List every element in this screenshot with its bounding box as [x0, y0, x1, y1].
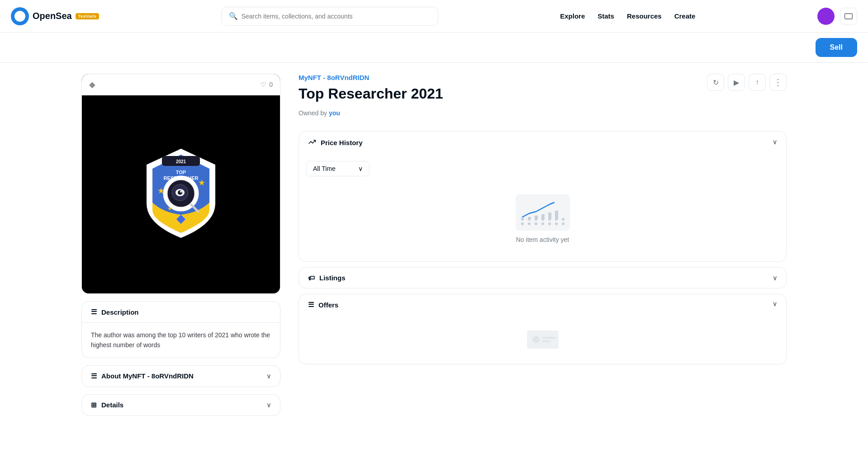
offers-section: ☰ Offers ∧ [299, 294, 787, 364]
no-activity-area: No item activity yet [306, 184, 779, 254]
heart-icon: ♡ [261, 81, 266, 88]
svg-text:TOP: TOP [176, 170, 186, 175]
price-history-section: Price History ∧ All Time ∨ [299, 131, 787, 262]
header: OpenSea Testnets 🔍 Explore Stats Resourc… [0, 0, 868, 33]
details-chevron-icon: ∨ [266, 401, 271, 409]
like-button[interactable]: ♡ 0 [261, 81, 273, 88]
nav-create[interactable]: Create [674, 12, 696, 20]
nav-stats[interactable]: Stats [598, 12, 614, 20]
search-input[interactable] [242, 13, 431, 20]
owned-by-label: Owned by [299, 109, 327, 117]
more-button[interactable]: ⋮ [769, 74, 787, 91]
wallet-button[interactable] [840, 8, 857, 25]
header-left: OpenSea Testnets [11, 7, 99, 25]
svg-text:★: ★ [198, 178, 205, 187]
main-content: ◆ ♡ 0 [0, 63, 868, 427]
owned-by-link[interactable]: you [329, 109, 340, 117]
time-filter-chevron-icon: ∨ [358, 165, 363, 172]
svg-rect-34 [528, 217, 531, 219]
listings-label: Listings [319, 274, 346, 282]
svg-rect-35 [535, 216, 538, 219]
about-card: ☰ About MyNFT - 8oRVndRIDN ∨ [81, 365, 280, 387]
svg-rect-38 [555, 211, 558, 219]
details-header[interactable]: ⊞ Details ∨ [82, 395, 280, 415]
search-bar[interactable]: 🔍 [221, 7, 438, 26]
svg-rect-36 [541, 214, 545, 219]
trending-icon [308, 138, 316, 146]
svg-text:★: ★ [157, 186, 165, 195]
logo[interactable]: OpenSea Testnets [11, 7, 99, 25]
listings-chevron-icon: ∨ [773, 274, 777, 282]
svg-text:2021: 2021 [176, 159, 186, 164]
share-button[interactable]: ↑ [749, 74, 766, 91]
testnet-badge: Testnets [76, 13, 99, 19]
offers-empty-area [299, 315, 786, 364]
price-history-chevron-icon: ∧ [773, 139, 777, 146]
svg-rect-0 [845, 14, 853, 19]
price-history-chart-icon [308, 138, 316, 147]
details-header-left: ⊞ Details [91, 401, 123, 409]
price-history-content: All Time ∨ [299, 154, 786, 261]
svg-point-7 [178, 190, 182, 195]
about-header[interactable]: ☰ About MyNFT - 8oRVndRIDN ∨ [82, 366, 280, 387]
refresh-button[interactable]: ↻ [707, 74, 724, 91]
nav-links: Explore Stats Resources Create [560, 12, 695, 20]
tag-icon: 🏷 [308, 274, 315, 282]
no-activity-text: No item activity yet [516, 236, 569, 243]
about-lines-icon: ☰ [91, 372, 97, 380]
description-header[interactable]: ☰ Description [82, 302, 280, 322]
search-icon: 🔍 [229, 12, 238, 20]
opensea-logo-svg [14, 11, 25, 22]
logo-icon [11, 7, 29, 25]
collection-link[interactable]: MyNFT - 8oRVndRIDN [299, 74, 443, 81]
logo-text: OpenSea [33, 11, 72, 21]
offers-lines-icon: ☰ [308, 301, 314, 309]
offers-header-left: ☰ Offers [308, 301, 338, 309]
owned-by: Owned by you [299, 109, 443, 117]
refresh-icon: ↻ [713, 78, 719, 87]
svg-point-28 [535, 222, 537, 225]
time-filter-value: All Time [313, 165, 336, 172]
price-history-header-left: Price History [308, 138, 363, 147]
svg-point-25 [562, 218, 564, 221]
svg-point-27 [528, 222, 531, 225]
avatar[interactable] [817, 8, 835, 25]
price-history-header[interactable]: Price History ∧ [299, 132, 786, 154]
time-filter-select[interactable]: All Time ∨ [306, 161, 370, 176]
about-label: About MyNFT - 8oRVndRIDN [101, 372, 194, 380]
transfer-icon: ▶ [734, 78, 739, 87]
offers-label: Offers [318, 301, 338, 309]
description-text: The author was among the top 10 writers … [91, 330, 271, 350]
svg-point-32 [562, 222, 564, 225]
price-history-label: Price History [321, 139, 363, 146]
nft-card-header: ◆ ♡ 0 [82, 74, 280, 95]
nft-info: MyNFT - 8oRVndRIDN Top Researcher 2021 O… [299, 74, 443, 127]
wallet-icon [844, 12, 853, 21]
nft-title: Top Researcher 2021 [299, 85, 443, 102]
nft-image-area: ★ ★ ★ 2021 TOP RESEARCHER [82, 95, 280, 293]
svg-text:★: ★ [167, 205, 172, 212]
right-column: MyNFT - 8oRVndRIDN Top Researcher 2021 O… [299, 74, 787, 416]
offers-header[interactable]: ☰ Offers ∧ [299, 294, 786, 315]
description-card: ☰ Description The author was among the t… [81, 301, 280, 358]
nft-badge-image: ★ ★ ★ 2021 TOP RESEARCHER [127, 140, 235, 249]
svg-point-29 [541, 222, 544, 225]
transfer-button[interactable]: ▶ [728, 74, 745, 91]
more-icon: ⋮ [773, 77, 783, 88]
description-header-left: ☰ Description [91, 308, 139, 316]
nav-resources[interactable]: Resources [627, 12, 662, 20]
svg-rect-39 [527, 330, 559, 349]
sell-button[interactable]: Sell [816, 38, 857, 57]
description-lines-icon: ☰ [91, 308, 97, 316]
svg-point-30 [548, 222, 551, 225]
description-content: The author was among the top 10 writers … [82, 322, 280, 358]
offers-chevron-icon: ∧ [773, 301, 777, 308]
listings-section: 🏷 Listings ∨ [299, 267, 787, 288]
nft-image-card: ◆ ♡ 0 [81, 74, 280, 294]
eth-icon: ◆ [89, 80, 95, 90]
header-right [817, 8, 857, 25]
offers-empty-image [525, 326, 561, 353]
nav-explore[interactable]: Explore [560, 12, 585, 20]
svg-rect-41 [542, 337, 555, 339]
listings-header[interactable]: 🏷 Listings ∨ [299, 268, 786, 288]
